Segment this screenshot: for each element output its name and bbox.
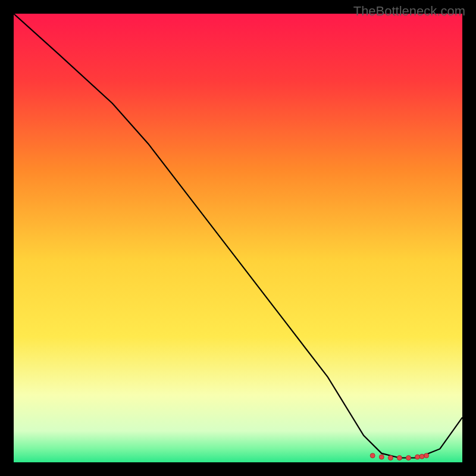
marker-dot	[415, 455, 420, 459]
marker-dot	[419, 454, 424, 459]
gradient-background	[14, 14, 462, 462]
marker-dot	[397, 456, 402, 461]
marker-dot	[424, 453, 429, 458]
marker-dot	[406, 456, 411, 461]
attribution-text: TheBottleneck.com	[353, 4, 465, 19]
chart-plot-area	[14, 14, 462, 462]
chart-svg	[14, 14, 462, 462]
marker-dot	[379, 455, 384, 459]
marker-dot	[388, 456, 393, 461]
marker-dot	[370, 453, 375, 458]
